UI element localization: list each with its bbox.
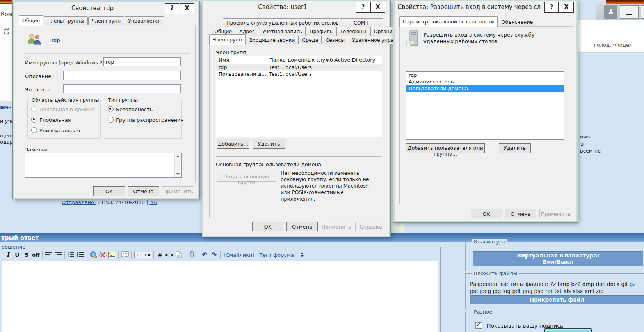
list-item-selected[interactable]: Пользователи домена xyxy=(406,85,564,92)
name-field[interactable]: rdp xyxy=(103,57,181,66)
list-item[interactable]: rdp xyxy=(406,72,564,78)
name-label: Имя группы (пред-Windows 2000): xyxy=(25,60,116,66)
member-of-list[interactable]: Имя Папка доменных служб Active Director… xyxy=(216,56,382,137)
tab-explanation[interactable]: Объяснение xyxy=(498,18,537,27)
submit-button-partial[interactable] xyxy=(544,328,592,332)
policy-members-list[interactable]: rdp Администраторы Пользователи домена xyxy=(406,71,564,140)
remove-button[interactable]: Удалить xyxy=(253,139,285,149)
unordered-list-icon[interactable] xyxy=(76,250,85,259)
tab-chlen-grupp[interactable]: Член групп xyxy=(209,34,246,45)
tab-chlen-grupp[interactable]: Член групп xyxy=(88,16,125,25)
banner-fire-left xyxy=(0,0,12,4)
expand-all-bbcode-button[interactable]: += xyxy=(142,250,152,259)
radio-local-domain[interactable]: Локальная в домене xyxy=(31,106,94,112)
quote-icon[interactable] xyxy=(120,250,130,259)
tab-uchetnaya-zapis[interactable]: Учетная запись xyxy=(259,27,306,36)
attach-legend: Вложить файлы xyxy=(472,271,519,276)
help-button[interactable]: ? xyxy=(356,2,370,13)
minimize-icon xyxy=(626,14,632,15)
redo-icon[interactable]: ↷ xyxy=(209,250,219,259)
help-button[interactable]: ? xyxy=(544,2,559,13)
message-textarea[interactable] xyxy=(2,261,438,332)
forum-tags-link[interactable]: [Теги форума] xyxy=(258,252,296,258)
insert-link-icon[interactable] xyxy=(89,250,98,259)
remove-button[interactable]: Удалить xyxy=(499,143,531,153)
help-button[interactable]: ? xyxy=(165,3,179,14)
tab-upravlyaetsya[interactable]: Управляется xyxy=(125,16,164,25)
cancel-button[interactable]: Отмена xyxy=(286,222,318,231)
close-button[interactable]: X xyxy=(370,2,385,13)
toolbar-separator xyxy=(42,251,43,259)
undo-icon[interactable]: ↶ xyxy=(200,250,209,259)
underline-button[interactable]: U xyxy=(12,250,22,259)
ok-button[interactable]: OK xyxy=(93,186,125,196)
strikethrough-button[interactable]: S xyxy=(22,250,31,259)
php-code-icon[interactable] xyxy=(174,250,183,259)
cancel-button[interactable]: Отмена xyxy=(128,186,159,196)
add-button[interactable]: Добавить... xyxy=(217,139,249,149)
help-button-bottom[interactable]: Справка xyxy=(355,222,386,231)
attach-icon[interactable] xyxy=(187,250,196,259)
cancel-button[interactable]: Отмена xyxy=(505,209,536,218)
apply-button[interactable]: Применить xyxy=(539,209,572,218)
message-legend: общение xyxy=(0,244,27,249)
radio-global[interactable]: Глобальная xyxy=(31,117,71,123)
code-button[interactable]: <> xyxy=(165,250,174,259)
apply-button[interactable]: Применить xyxy=(162,186,194,196)
align-right-icon[interactable] xyxy=(53,250,63,259)
insert-image-icon[interactable] xyxy=(107,250,117,259)
tab-vkhodyashchie-zvonki[interactable]: Входящие звонки xyxy=(246,36,299,44)
tab-profil[interactable]: Профиль xyxy=(306,27,336,36)
notes-scrollbar[interactable] xyxy=(174,153,181,177)
tab-local-security-setting[interactable]: Параметр локальной безопасности xyxy=(399,16,498,27)
remove-link-icon[interactable] xyxy=(98,250,107,259)
list-item[interactable]: Администраторы xyxy=(406,78,564,85)
radio-universal[interactable]: Универсальная xyxy=(31,127,80,133)
resize-handle[interactable] xyxy=(301,252,304,257)
set-primary-group-button[interactable]: Задать основную группу xyxy=(217,172,276,182)
tab-rds-profile[interactable]: Профиль служб удаленных рабочих столов xyxy=(223,18,339,27)
virtual-keyboard-button[interactable]: Виртуальная Клавиатура: Вкл/Выкл xyxy=(473,251,643,266)
toolbar-separator xyxy=(198,251,198,259)
bbcode-off-button[interactable]: off xyxy=(31,250,41,259)
radio-distribution[interactable]: Группа распространения xyxy=(108,117,183,123)
refresh-icon[interactable] xyxy=(2,27,11,37)
add-user-or-group-button[interactable]: Добавить пользователя или группу... xyxy=(406,143,485,153)
tab-seansy[interactable]: Сеансы xyxy=(322,36,348,44)
tab-sreda[interactable]: Среда xyxy=(299,36,322,44)
notes-field[interactable] xyxy=(25,153,182,178)
email-field[interactable] xyxy=(63,84,181,93)
close-button[interactable]: X xyxy=(559,2,574,13)
tab-telefony[interactable]: Телефоны xyxy=(336,27,370,36)
align-left-icon[interactable] xyxy=(44,250,53,259)
column-ad-folder[interactable]: Папка доменных служб Active Directory xyxy=(267,56,382,64)
expand-bbcode-button[interactable]: + xyxy=(133,250,142,259)
tab-obshchie[interactable]: Общие xyxy=(19,15,43,26)
hash-button[interactable]: # xyxy=(155,250,165,259)
italic-button[interactable]: I xyxy=(3,250,12,259)
minimize-button[interactable] xyxy=(620,5,639,19)
member-row[interactable]: Пользователи д...Test1.local/Users xyxy=(216,71,382,77)
column-name[interactable]: Имя xyxy=(216,56,267,64)
scroll-up-icon[interactable] xyxy=(175,153,181,159)
scroll-down-icon[interactable] xyxy=(175,171,181,177)
attach-file-button[interactable]: Прикрепить файл xyxy=(470,295,644,304)
member-row[interactable]: rdpTest1.local/Users xyxy=(216,64,382,71)
radio-security[interactable]: Безопасность xyxy=(108,106,153,112)
description-field[interactable] xyxy=(63,71,181,80)
tab-chleny-gruppy[interactable]: Члены группы xyxy=(44,16,87,25)
left-link-fragment[interactable]: ам- xyxy=(0,104,11,111)
maximize-button[interactable] xyxy=(641,5,644,19)
right-text-2: з xyxy=(581,141,584,147)
tab-com-plus[interactable]: COM+ xyxy=(340,18,383,27)
post-number-link[interactable]: #6 xyxy=(149,199,157,205)
close-button[interactable]: X xyxy=(180,3,194,14)
apply-button[interactable]: Применить xyxy=(321,222,352,231)
show-signature-checkbox[interactable] xyxy=(475,322,482,329)
user-account-button[interactable] xyxy=(604,5,617,19)
sent-link[interactable]: Отправлено: xyxy=(62,199,96,205)
smilies-link[interactable]: [Смайлики] xyxy=(224,252,254,258)
ok-button[interactable]: OK xyxy=(252,222,283,231)
ok-button[interactable]: OK xyxy=(471,209,502,218)
ordered-list-icon[interactable]: 123 xyxy=(66,250,76,259)
